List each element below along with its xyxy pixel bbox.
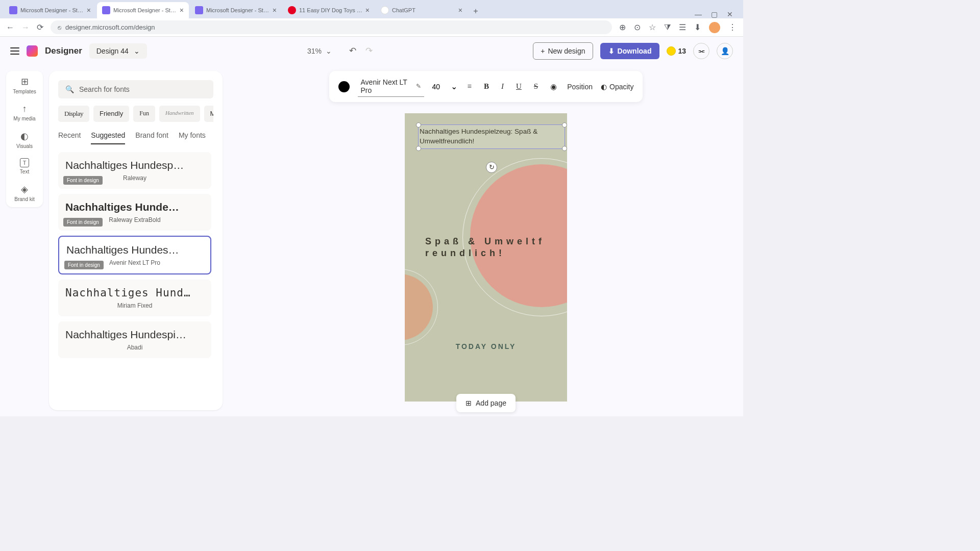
zoom-value: 31% [307, 47, 322, 55]
resize-handle[interactable] [562, 122, 567, 128]
font-family-input[interactable]: Avenir Next LT Pro ✎ [358, 76, 424, 97]
font-tabs: Recent Suggested Brand font My fonts [58, 131, 213, 145]
close-icon[interactable]: × [458, 6, 462, 14]
resize-handle[interactable] [416, 146, 421, 151]
design-name-label: Design 44 [96, 47, 129, 55]
strikethrough-button[interactable]: S [532, 80, 540, 93]
favicon-icon [9, 6, 17, 14]
position-button[interactable]: Position [567, 83, 593, 91]
bold-button[interactable]: B [482, 80, 491, 93]
close-icon[interactable]: × [365, 6, 370, 14]
font-search-input[interactable]: 🔍 Search for fonts [58, 80, 213, 98]
text-color-picker[interactable] [338, 81, 350, 92]
maximize-icon[interactable]: ▢ [711, 10, 718, 18]
chip-more[interactable]: Mo [204, 106, 213, 122]
rail-brand-kit[interactable]: ◈ Brand kit [6, 184, 43, 202]
italic-button[interactable]: I [499, 80, 506, 93]
tab-my-fonts[interactable]: My fonts [179, 131, 206, 144]
browser-tab[interactable]: 11 Easy DIY Dog Toys Using Fre × [283, 2, 375, 18]
forward-icon[interactable]: → [21, 23, 30, 32]
visuals-icon: ◐ [20, 131, 29, 142]
font-card-miriam[interactable]: Nachhaltiges Hund… Miriam Fixed [58, 280, 211, 316]
install-icon[interactable]: ⊕ [619, 22, 626, 32]
new-design-button[interactable]: + New design [533, 42, 593, 60]
tab-suggested[interactable]: Suggested [91, 131, 125, 144]
font-card-raleway-extrabold[interactable]: Nachhaltiges Hunde… Raleway ExtraBold Fo… [58, 194, 211, 231]
chip-handwritten[interactable]: Handwritten [159, 106, 200, 122]
tab-brand-font[interactable]: Brand font [135, 131, 168, 144]
hamburger-menu-icon[interactable] [10, 47, 19, 55]
browser-tab[interactable]: Microsoft Designer - Stunning × [97, 2, 189, 18]
font-name: Miriam Fixed [65, 302, 204, 309]
font-card-avenir[interactable]: Nachhaltiges Hundes… Avenir Next LT Pro … [58, 236, 211, 274]
window-controls: — ▢ ✕ [689, 10, 739, 18]
canvas-wrapper: Nachhaltiges Hundespielzeug: Spaß & Umwe… [405, 113, 567, 402]
canvas-text-mid[interactable]: Spaß & Umweltfreundlich! [425, 236, 552, 259]
redo-icon[interactable]: ↷ [365, 45, 373, 56]
new-design-label: New design [548, 47, 585, 55]
new-tab-button[interactable]: + [469, 4, 483, 18]
resize-handle[interactable] [416, 122, 421, 128]
favicon-icon [195, 6, 203, 14]
design-canvas[interactable]: Nachhaltiges Hundespielzeug: Spaß & Umwe… [405, 113, 567, 402]
profile-avatar-icon[interactable] [709, 22, 720, 33]
zoom-dropdown[interactable]: 31% ⌄ [307, 47, 332, 55]
minimize-icon[interactable]: — [695, 10, 702, 18]
font-card-raleway[interactable]: Nachhaltiges Hundesp… Raleway Font in de… [58, 152, 211, 189]
chip-fun[interactable]: Fun [133, 106, 155, 122]
reading-list-icon[interactable]: ☰ [679, 22, 686, 32]
opacity-button[interactable]: ◐ Opacity [601, 83, 633, 91]
bookmark-icon[interactable]: ☆ [649, 22, 656, 32]
coins-badge[interactable]: 13 [667, 46, 686, 56]
logo-text[interactable]: Designer [45, 46, 82, 56]
underline-button[interactable]: U [514, 80, 524, 93]
rail-label: My media [13, 116, 35, 121]
add-page-button[interactable]: ⊞ Add page [456, 394, 516, 412]
rail-my-media[interactable]: ↑ My media [6, 104, 43, 121]
chevron-down-icon: ⌄ [326, 47, 332, 55]
align-icon[interactable]: ≡ [465, 80, 474, 93]
zoom-icon[interactable]: ⊙ [634, 22, 641, 32]
tab-recent[interactable]: Recent [58, 131, 81, 144]
browser-tab-strip: Microsoft Designer - Stunning × Microsof… [0, 0, 743, 18]
chip-friendly[interactable]: Friendly [93, 106, 129, 122]
resize-handle[interactable] [562, 146, 567, 151]
font-card-abadi[interactable]: Nachhaltiges Hundespi… Abadi [58, 321, 211, 358]
browser-tab[interactable]: Microsoft Designer - Stunning × [4, 2, 96, 18]
address-bar[interactable]: ⎋ designer.microsoft.com/design [51, 20, 612, 34]
canvas-text-bottom[interactable]: TODAY ONLY [405, 342, 567, 350]
extensions-icon[interactable]: ⧩ [664, 23, 671, 32]
browser-tab[interactable]: Microsoft Designer - Stunning × [190, 2, 282, 18]
effects-icon[interactable]: ◉ [548, 80, 559, 93]
back-icon[interactable]: ← [6, 23, 14, 32]
favicon-icon [381, 6, 389, 14]
rail-label: Text [20, 169, 29, 174]
font-in-design-badge: Font in design [64, 261, 104, 269]
font-category-chips: Display Friendly Fun Handwritten Mo [58, 106, 213, 122]
download-button[interactable]: ⬇ Download [600, 43, 660, 59]
templates-icon: ⊞ [21, 76, 29, 87]
chip-display[interactable]: Display [58, 106, 89, 122]
share-button[interactable]: ⫘ [693, 43, 709, 59]
undo-icon[interactable]: ↶ [349, 45, 356, 56]
rail-templates[interactable]: ⊞ Templates [6, 76, 43, 94]
selected-text-element[interactable]: Nachhaltiges Hundespielzeug: Spaß & Umwe… [418, 124, 565, 149]
close-icon[interactable]: × [180, 6, 184, 14]
browser-tab[interactable]: ChatGPT × [376, 2, 468, 18]
rail-visuals[interactable]: ◐ Visuals [6, 131, 43, 149]
url-text: designer.microsoft.com/design [65, 23, 155, 31]
designer-logo-icon [27, 45, 38, 57]
rail-text[interactable]: T Text [6, 158, 43, 174]
rotate-handle[interactable]: ↻ [486, 162, 497, 173]
account-button[interactable]: 👤 [717, 43, 733, 59]
design-name-dropdown[interactable]: Design 44 ⌄ [89, 43, 147, 59]
close-icon[interactable]: × [87, 6, 91, 14]
menu-icon[interactable]: ⋮ [728, 22, 737, 32]
font-size-input[interactable]: 40 ⌄ [432, 82, 457, 91]
font-size-value: 40 [432, 83, 448, 91]
reload-icon[interactable]: ⟳ [37, 22, 43, 32]
close-icon[interactable]: ✕ [727, 10, 733, 18]
font-list[interactable]: Nachhaltiges Hundesp… Raleway Font in de… [58, 152, 213, 358]
downloads-icon[interactable]: ⬇ [694, 22, 701, 32]
close-icon[interactable]: × [273, 6, 277, 14]
